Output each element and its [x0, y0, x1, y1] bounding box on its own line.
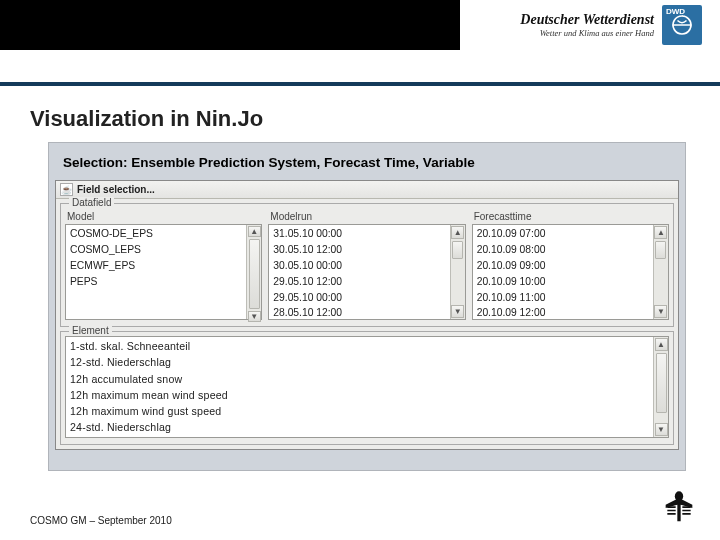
list-item[interactable]: 12-std. Niederschlag — [66, 354, 653, 370]
list-item[interactable]: 12h maximum wind gust speed — [66, 403, 653, 419]
top-banner: Deutscher Wetterdienst Wetter und Klima … — [0, 0, 720, 50]
java-icon: ☕ — [60, 183, 73, 196]
modelrun-scrollbar[interactable]: ▲ ▼ — [450, 225, 465, 319]
list-item[interactable]: PEPS — [66, 274, 246, 290]
section-heading: Selection: Ensemble Prediction System, F… — [55, 151, 679, 180]
list-item[interactable]: 30.05.10 00:00 — [269, 258, 449, 274]
scroll-thumb[interactable] — [452, 241, 463, 259]
modelrun-listbox[interactable]: 31.05.10 00:00 30.05.10 12:00 30.05.10 0… — [268, 224, 465, 320]
list-item[interactable]: 20.10.09 09:00 — [473, 258, 653, 274]
modelrun-column: Modelrun 31.05.10 00:00 30.05.10 12:00 3… — [268, 208, 465, 320]
scroll-down-icon[interactable]: ▼ — [654, 305, 667, 318]
list-item[interactable]: 29.05.10 00:00 — [269, 290, 449, 306]
brand-strip: Deutscher Wetterdienst Wetter und Klima … — [460, 0, 720, 50]
modelrun-label: Modelrun — [270, 211, 465, 222]
scroll-thumb[interactable] — [656, 353, 667, 413]
scroll-down-icon[interactable]: ▼ — [655, 423, 668, 436]
dwd-logo-icon: DWD — [662, 5, 702, 45]
list-item[interactable]: 12h maximum mean wind speed — [66, 387, 653, 403]
scroll-up-icon[interactable]: ▲ — [655, 338, 668, 351]
list-item[interactable]: 24-std. Niederschlag — [66, 419, 653, 435]
brand-text: Deutscher Wetterdienst Wetter und Klima … — [520, 12, 654, 38]
scroll-thumb[interactable] — [249, 239, 260, 309]
window-titlebar[interactable]: ☕ Field selection... — [56, 181, 678, 199]
element-listbox[interactable]: 1-std. skal. Schneeanteil 12-std. Nieder… — [65, 336, 669, 438]
list-item[interactable]: COSMO_LEPS — [66, 242, 246, 258]
element-legend: Element — [69, 325, 112, 336]
content-panel: Selection: Ensemble Prediction System, F… — [48, 142, 686, 471]
list-item[interactable]: 20.10.09 12:00 — [473, 305, 653, 319]
forecasttime-column: Forecasttime 20.10.09 07:00 20.10.09 08:… — [472, 208, 669, 320]
list-item[interactable]: 20.10.09 11:00 — [473, 290, 653, 306]
list-item[interactable]: 20.10.09 10:00 — [473, 274, 653, 290]
list-item[interactable]: 31.05.10 00:00 — [269, 226, 449, 242]
forecasttime-label: Forecasttime — [474, 211, 669, 222]
brand-tagline: Wetter und Klima aus einer Hand — [520, 28, 654, 38]
modelrun-list[interactable]: 31.05.10 00:00 30.05.10 12:00 30.05.10 0… — [269, 225, 449, 319]
list-item[interactable]: COSMO-DE_EPS — [66, 226, 246, 242]
scroll-down-icon[interactable]: ▼ — [451, 305, 464, 318]
list-item[interactable]: 20.10.09 08:00 — [473, 242, 653, 258]
forecasttime-listbox[interactable]: 20.10.09 07:00 20.10.09 08:00 20.10.09 0… — [472, 224, 669, 320]
list-item[interactable]: 28.05.10 12:00 — [269, 305, 449, 319]
model-column: Model COSMO-DE_EPS COSMO_LEPS ECMWF_EPS … — [65, 208, 262, 320]
footer-text: COSMO GM – September 2010 — [30, 515, 172, 526]
list-item[interactable]: ECMWF_EPS — [66, 258, 246, 274]
forecasttime-scrollbar[interactable]: ▲ ▼ — [653, 225, 668, 319]
model-scrollbar[interactable]: ▲ ▼ — [246, 225, 261, 319]
model-label: Model — [67, 211, 262, 222]
window-title: Field selection... — [77, 184, 155, 195]
scroll-down-icon[interactable]: ▼ — [248, 311, 261, 322]
brand-name: Deutscher Wetterdienst — [520, 12, 654, 28]
scroll-thumb[interactable] — [655, 241, 666, 259]
scroll-up-icon[interactable]: ▲ — [654, 226, 667, 239]
list-item[interactable]: 20.10.09 07:00 — [473, 226, 653, 242]
element-panel: Element 1-std. skal. Schneeanteil 12-std… — [60, 331, 674, 445]
field-selection-window: ☕ Field selection... Datafield Model COS… — [55, 180, 679, 450]
list-item[interactable]: 12h accumulated snow — [66, 371, 653, 387]
model-list[interactable]: COSMO-DE_EPS COSMO_LEPS ECMWF_EPS PEPS — [66, 225, 246, 319]
list-item[interactable]: 29.05.10 12:00 — [269, 274, 449, 290]
model-listbox[interactable]: COSMO-DE_EPS COSMO_LEPS ECMWF_EPS PEPS ▲… — [65, 224, 262, 320]
datafield-legend: Datafield — [69, 197, 114, 208]
brand-block: Deutscher Wetterdienst Wetter und Klima … — [520, 5, 702, 45]
element-scrollbar[interactable]: ▲ ▼ — [653, 337, 668, 437]
datafield-panel: Datafield Model COSMO-DE_EPS COSMO_LEPS … — [60, 203, 674, 327]
element-list[interactable]: 1-std. skal. Schneeanteil 12-std. Nieder… — [66, 337, 653, 437]
eagle-icon — [662, 488, 696, 532]
forecasttime-list[interactable]: 20.10.09 07:00 20.10.09 08:00 20.10.09 0… — [473, 225, 653, 319]
list-item[interactable]: 30.05.10 12:00 — [269, 242, 449, 258]
page-title: Visualization in Nin.Jo — [0, 86, 720, 142]
list-item[interactable]: 1-std. skal. Schneeanteil — [66, 338, 653, 354]
scroll-up-icon[interactable]: ▲ — [248, 226, 261, 237]
scroll-up-icon[interactable]: ▲ — [451, 226, 464, 239]
